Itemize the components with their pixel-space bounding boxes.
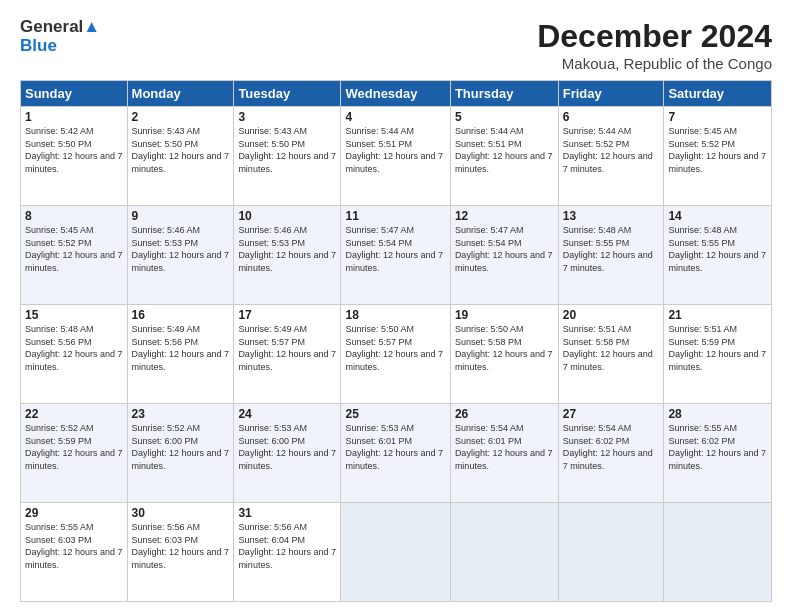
calendar-title: December 2024 xyxy=(537,18,772,55)
sunset-label: Sunset: 5:59 PM xyxy=(25,436,92,446)
day-number: 3 xyxy=(238,110,336,124)
header-tuesday: Tuesday xyxy=(234,81,341,107)
sunset-label: Sunset: 5:51 PM xyxy=(345,139,412,149)
calendar-day-cell: 11 Sunrise: 5:47 AM Sunset: 5:54 PM Dayl… xyxy=(341,206,450,305)
daylight-label: Daylight: 12 hours and 7 minutes. xyxy=(132,151,230,174)
day-info: Sunrise: 5:47 AM Sunset: 5:54 PM Dayligh… xyxy=(455,224,554,274)
sunset-label: Sunset: 6:02 PM xyxy=(563,436,630,446)
sunset-label: Sunset: 6:00 PM xyxy=(238,436,305,446)
daylight-label: Daylight: 12 hours and 7 minutes. xyxy=(25,547,123,570)
daylight-label: Daylight: 12 hours and 7 minutes. xyxy=(668,349,766,372)
day-number: 23 xyxy=(132,407,230,421)
title-area: December 2024 Makoua, Republic of the Co… xyxy=(537,18,772,72)
calendar-day-cell xyxy=(341,503,450,602)
daylight-label: Daylight: 12 hours and 7 minutes. xyxy=(668,448,766,471)
calendar-week-row: 15 Sunrise: 5:48 AM Sunset: 5:56 PM Dayl… xyxy=(21,305,772,404)
calendar-day-cell: 2 Sunrise: 5:43 AM Sunset: 5:50 PM Dayli… xyxy=(127,107,234,206)
calendar-day-cell: 29 Sunrise: 5:55 AM Sunset: 6:03 PM Dayl… xyxy=(21,503,128,602)
day-info: Sunrise: 5:49 AM Sunset: 5:56 PM Dayligh… xyxy=(132,323,230,373)
day-number: 16 xyxy=(132,308,230,322)
day-info: Sunrise: 5:48 AM Sunset: 5:55 PM Dayligh… xyxy=(668,224,767,274)
sunrise-label: Sunrise: 5:48 AM xyxy=(25,324,94,334)
day-info: Sunrise: 5:54 AM Sunset: 6:01 PM Dayligh… xyxy=(455,422,554,472)
page: General▲ Blue December 2024 Makoua, Repu… xyxy=(0,0,792,612)
calendar-day-cell: 12 Sunrise: 5:47 AM Sunset: 5:54 PM Dayl… xyxy=(450,206,558,305)
calendar-day-cell: 1 Sunrise: 5:42 AM Sunset: 5:50 PM Dayli… xyxy=(21,107,128,206)
sunrise-label: Sunrise: 5:50 AM xyxy=(455,324,524,334)
calendar-day-cell: 20 Sunrise: 5:51 AM Sunset: 5:58 PM Dayl… xyxy=(558,305,664,404)
calendar-table: Sunday Monday Tuesday Wednesday Thursday… xyxy=(20,80,772,602)
day-number: 18 xyxy=(345,308,445,322)
header-friday: Friday xyxy=(558,81,664,107)
sunset-label: Sunset: 5:58 PM xyxy=(455,337,522,347)
days-header-row: Sunday Monday Tuesday Wednesday Thursday… xyxy=(21,81,772,107)
day-info: Sunrise: 5:46 AM Sunset: 5:53 PM Dayligh… xyxy=(238,224,336,274)
day-info: Sunrise: 5:47 AM Sunset: 5:54 PM Dayligh… xyxy=(345,224,445,274)
sunset-label: Sunset: 6:01 PM xyxy=(455,436,522,446)
daylight-label: Daylight: 12 hours and 7 minutes. xyxy=(345,151,443,174)
daylight-label: Daylight: 12 hours and 7 minutes. xyxy=(132,448,230,471)
day-number: 25 xyxy=(345,407,445,421)
daylight-label: Daylight: 12 hours and 7 minutes. xyxy=(25,448,123,471)
calendar-day-cell: 28 Sunrise: 5:55 AM Sunset: 6:02 PM Dayl… xyxy=(664,404,772,503)
daylight-label: Daylight: 12 hours and 7 minutes. xyxy=(455,250,553,273)
sunrise-label: Sunrise: 5:46 AM xyxy=(132,225,201,235)
sunrise-label: Sunrise: 5:55 AM xyxy=(25,522,94,532)
sunrise-label: Sunrise: 5:47 AM xyxy=(455,225,524,235)
day-number: 31 xyxy=(238,506,336,520)
day-number: 4 xyxy=(345,110,445,124)
sunset-label: Sunset: 5:50 PM xyxy=(132,139,199,149)
day-number: 13 xyxy=(563,209,660,223)
calendar-day-cell: 17 Sunrise: 5:49 AM Sunset: 5:57 PM Dayl… xyxy=(234,305,341,404)
daylight-label: Daylight: 12 hours and 7 minutes. xyxy=(238,250,336,273)
day-info: Sunrise: 5:51 AM Sunset: 5:58 PM Dayligh… xyxy=(563,323,660,373)
calendar-day-cell: 5 Sunrise: 5:44 AM Sunset: 5:51 PM Dayli… xyxy=(450,107,558,206)
sunrise-label: Sunrise: 5:51 AM xyxy=(563,324,632,334)
sunrise-label: Sunrise: 5:56 AM xyxy=(238,522,307,532)
day-info: Sunrise: 5:56 AM Sunset: 6:04 PM Dayligh… xyxy=(238,521,336,571)
calendar-day-cell: 16 Sunrise: 5:49 AM Sunset: 5:56 PM Dayl… xyxy=(127,305,234,404)
sunrise-label: Sunrise: 5:46 AM xyxy=(238,225,307,235)
day-number: 28 xyxy=(668,407,767,421)
daylight-label: Daylight: 12 hours and 7 minutes. xyxy=(25,349,123,372)
sunset-label: Sunset: 5:52 PM xyxy=(668,139,735,149)
day-number: 27 xyxy=(563,407,660,421)
sunrise-label: Sunrise: 5:43 AM xyxy=(238,126,307,136)
day-number: 8 xyxy=(25,209,123,223)
day-info: Sunrise: 5:55 AM Sunset: 6:03 PM Dayligh… xyxy=(25,521,123,571)
daylight-label: Daylight: 12 hours and 7 minutes. xyxy=(668,250,766,273)
sunrise-label: Sunrise: 5:44 AM xyxy=(563,126,632,136)
day-number: 5 xyxy=(455,110,554,124)
sunset-label: Sunset: 6:04 PM xyxy=(238,535,305,545)
sunrise-label: Sunrise: 5:44 AM xyxy=(455,126,524,136)
daylight-label: Daylight: 12 hours and 7 minutes. xyxy=(455,349,553,372)
sunset-label: Sunset: 6:03 PM xyxy=(25,535,92,545)
day-info: Sunrise: 5:42 AM Sunset: 5:50 PM Dayligh… xyxy=(25,125,123,175)
sunset-label: Sunset: 5:55 PM xyxy=(668,238,735,248)
day-info: Sunrise: 5:48 AM Sunset: 5:55 PM Dayligh… xyxy=(563,224,660,274)
calendar-day-cell: 27 Sunrise: 5:54 AM Sunset: 6:02 PM Dayl… xyxy=(558,404,664,503)
header-thursday: Thursday xyxy=(450,81,558,107)
day-info: Sunrise: 5:51 AM Sunset: 5:59 PM Dayligh… xyxy=(668,323,767,373)
daylight-label: Daylight: 12 hours and 7 minutes. xyxy=(25,250,123,273)
sunset-label: Sunset: 5:57 PM xyxy=(345,337,412,347)
sunrise-label: Sunrise: 5:49 AM xyxy=(132,324,201,334)
day-info: Sunrise: 5:53 AM Sunset: 6:01 PM Dayligh… xyxy=(345,422,445,472)
sunset-label: Sunset: 5:54 PM xyxy=(345,238,412,248)
day-number: 22 xyxy=(25,407,123,421)
day-info: Sunrise: 5:45 AM Sunset: 5:52 PM Dayligh… xyxy=(668,125,767,175)
sunrise-label: Sunrise: 5:52 AM xyxy=(25,423,94,433)
sunrise-label: Sunrise: 5:51 AM xyxy=(668,324,737,334)
calendar-week-row: 8 Sunrise: 5:45 AM Sunset: 5:52 PM Dayli… xyxy=(21,206,772,305)
calendar-day-cell: 31 Sunrise: 5:56 AM Sunset: 6:04 PM Dayl… xyxy=(234,503,341,602)
calendar-week-row: 1 Sunrise: 5:42 AM Sunset: 5:50 PM Dayli… xyxy=(21,107,772,206)
calendar-day-cell: 24 Sunrise: 5:53 AM Sunset: 6:00 PM Dayl… xyxy=(234,404,341,503)
day-info: Sunrise: 5:56 AM Sunset: 6:03 PM Dayligh… xyxy=(132,521,230,571)
day-info: Sunrise: 5:54 AM Sunset: 6:02 PM Dayligh… xyxy=(563,422,660,472)
sunrise-label: Sunrise: 5:48 AM xyxy=(668,225,737,235)
logo: General▲ Blue xyxy=(20,18,100,55)
day-number: 21 xyxy=(668,308,767,322)
daylight-label: Daylight: 12 hours and 7 minutes. xyxy=(238,547,336,570)
sunrise-label: Sunrise: 5:54 AM xyxy=(455,423,524,433)
day-number: 10 xyxy=(238,209,336,223)
